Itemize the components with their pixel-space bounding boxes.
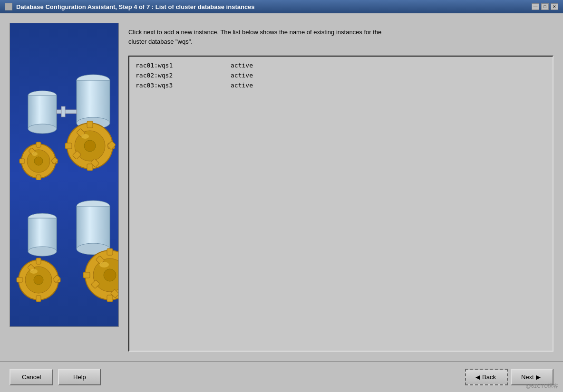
instance-name: rac03:wqs3: [136, 82, 202, 89]
cancel-button[interactable]: Cancel: [10, 369, 53, 385]
svg-point-32: [28, 247, 57, 256]
help-button[interactable]: Help: [58, 369, 101, 385]
main-content: Click next to add a new instance. The li…: [0, 13, 563, 392]
svg-rect-34: [77, 206, 110, 249]
watermark: @61CTO课客: [526, 382, 558, 390]
svg-rect-42: [83, 272, 90, 278]
instance-name: rac02:wqs2: [136, 72, 202, 79]
svg-rect-4: [77, 80, 110, 123]
instruction-line2: cluster database "wqs".: [128, 38, 193, 45]
bottom-bar: Cancel Help ◀ Back Next ▶: [0, 361, 563, 392]
svg-rect-6: [57, 110, 77, 114]
app-icon: [5, 3, 12, 10]
close-button[interactable]: ✕: [551, 3, 558, 10]
bottom-left-buttons: Cancel Help: [10, 369, 101, 385]
svg-rect-11: [87, 121, 93, 128]
next-arrow-icon: ▶: [536, 373, 541, 381]
svg-rect-26: [19, 159, 25, 163]
instance-row: rac02:wqs2active: [133, 70, 549, 80]
instance-name: rac01:wqs1: [136, 62, 202, 69]
instruction-line1: Click next to add a new instance. The li…: [128, 29, 381, 36]
next-label: Next: [521, 373, 534, 381]
svg-point-47: [99, 262, 109, 268]
window-title: Database Configuration Assistant, Step 4…: [16, 3, 255, 10]
back-arrow-icon: ◀: [476, 373, 480, 381]
svg-point-2: [28, 124, 57, 134]
instance-list: rac01:wqs1activerac02:wqs2activerac03:wq…: [128, 56, 553, 352]
svg-point-19: [81, 134, 89, 139]
instance-status: active: [231, 82, 253, 89]
instance-status: active: [231, 62, 253, 69]
title-bar-left: Database Configuration Assistant, Step 4…: [5, 3, 255, 10]
back-label: Back: [482, 373, 496, 381]
instance-row: rac03:wqs3active: [133, 80, 549, 90]
svg-rect-14: [65, 143, 72, 149]
svg-point-10: [84, 140, 96, 152]
instruction-text: Click next to add a new instance. The li…: [128, 23, 553, 48]
svg-point-22: [34, 157, 43, 165]
svg-point-38: [104, 269, 116, 281]
svg-rect-52: [36, 296, 41, 302]
svg-rect-23: [36, 142, 41, 147]
svg-rect-7: [61, 106, 65, 117]
right-panel: Click next to add a new instance. The li…: [128, 23, 553, 352]
svg-rect-39: [107, 249, 113, 255]
content-body: Click next to add a new instance. The li…: [0, 13, 563, 361]
svg-point-29: [32, 152, 38, 156]
instance-row: rac01:wqs1active: [133, 60, 549, 70]
svg-point-50: [34, 275, 43, 285]
svg-rect-12: [87, 164, 93, 171]
svg-point-57: [30, 269, 38, 274]
window-controls[interactable]: — □ ✕: [532, 3, 558, 10]
title-bar: Database Configuration Assistant, Step 4…: [0, 0, 563, 13]
svg-rect-24: [36, 175, 41, 180]
top-illustration: [10, 23, 119, 180]
svg-rect-51: [36, 258, 41, 264]
instance-status: active: [231, 72, 253, 79]
back-button[interactable]: ◀ Back: [465, 369, 508, 385]
illustration-panel: [10, 23, 119, 327]
maximize-button[interactable]: □: [541, 3, 549, 10]
svg-rect-40: [107, 295, 113, 302]
minimize-button[interactable]: —: [532, 3, 539, 10]
bottom-illustration: [10, 180, 119, 327]
svg-rect-54: [17, 277, 23, 282]
